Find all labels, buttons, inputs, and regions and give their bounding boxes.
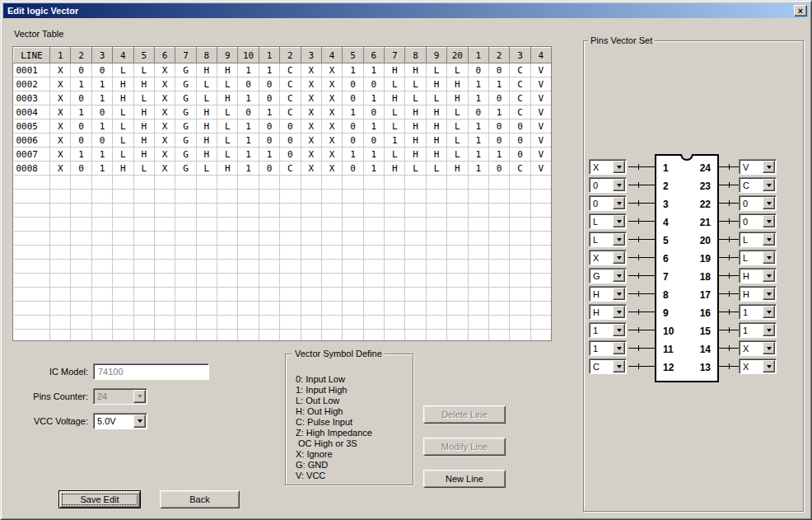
- vector-cell[interactable]: 1: [91, 77, 112, 91]
- vector-cell[interactable]: L: [405, 91, 426, 105]
- vector-cell[interactable]: L: [426, 63, 446, 77]
- vector-cell[interactable]: X: [301, 77, 321, 91]
- vector-cell[interactable]: H: [196, 134, 217, 148]
- vector-cell[interactable]: G: [175, 105, 196, 119]
- vector-table[interactable]: LINE12345678910123456789201234 0001X00LL…: [12, 46, 552, 341]
- vector-cell[interactable]: H: [426, 148, 446, 162]
- vector-cell[interactable]: 0: [488, 119, 509, 134]
- vector-cell[interactable]: 0: [468, 105, 488, 119]
- pin-17-combo[interactable]: H: [739, 286, 777, 302]
- dropdown-arrow[interactable]: [613, 179, 625, 191]
- pin-9-combo[interactable]: H: [589, 304, 627, 320]
- vector-cell[interactable]: 0: [259, 119, 279, 134]
- vector-cell[interactable]: H: [426, 105, 446, 119]
- vector-cell[interactable]: X: [50, 91, 71, 105]
- table-row[interactable]: 0003X01HLXGLH10CXX01HLLH10CV: [14, 91, 552, 105]
- pin-14-combo[interactable]: X: [739, 340, 777, 356]
- vector-cell[interactable]: L: [385, 148, 405, 162]
- vector-cell[interactable]: 0: [343, 134, 363, 148]
- dropdown-arrow[interactable]: [763, 251, 775, 264]
- vector-cell[interactable]: 0: [259, 77, 279, 91]
- vector-cell[interactable]: 0: [71, 162, 91, 176]
- vector-cell[interactable]: 1: [363, 162, 384, 176]
- vector-cell[interactable]: H: [217, 63, 238, 77]
- pin-3-combo[interactable]: 0: [589, 195, 627, 211]
- vector-cell[interactable]: L: [133, 91, 154, 105]
- vector-cell[interactable]: 1: [71, 105, 91, 119]
- table-row[interactable]: 0001X00LLXGHH11CXX11HHLL00CV: [14, 63, 552, 77]
- pin-21-combo[interactable]: 0: [739, 213, 777, 229]
- vector-cell[interactable]: C: [510, 162, 530, 176]
- vector-cell[interactable]: 1: [468, 134, 488, 148]
- table-row[interactable]: 0005X01LHXGHL100XX01LHHL100V: [14, 119, 552, 134]
- vector-cell[interactable]: L: [217, 148, 238, 162]
- vector-cell[interactable]: C: [280, 162, 301, 176]
- dropdown-arrow[interactable]: [763, 233, 775, 246]
- vector-cell[interactable]: H: [385, 63, 405, 77]
- vector-cell[interactable]: X: [321, 91, 342, 105]
- vector-cell[interactable]: L: [385, 77, 405, 91]
- vector-cell[interactable]: L: [133, 162, 154, 176]
- back-button[interactable]: Back: [160, 490, 240, 508]
- pin-5-combo[interactable]: L: [589, 232, 627, 247]
- vector-cell[interactable]: 1: [238, 91, 259, 105]
- vector-cell[interactable]: 1: [91, 119, 112, 134]
- vector-cell[interactable]: 0: [488, 134, 509, 148]
- vector-cell[interactable]: X: [301, 63, 321, 77]
- vector-cell[interactable]: L: [113, 105, 133, 119]
- vector-cell[interactable]: L: [447, 148, 468, 162]
- vector-cell[interactable]: C: [280, 91, 301, 105]
- vector-cell[interactable]: V: [530, 148, 551, 162]
- table-row[interactable]: 0004X10LHXGHL01CXX10LHHL01CV: [14, 105, 552, 119]
- vector-cell[interactable]: 0: [259, 162, 279, 176]
- vector-cell[interactable]: X: [50, 77, 71, 91]
- vector-cell[interactable]: C: [510, 77, 530, 91]
- vector-cell[interactable]: 1: [259, 63, 279, 77]
- dropdown-arrow[interactable]: [763, 324, 775, 336]
- vector-cell[interactable]: C: [510, 91, 530, 105]
- vector-cell[interactable]: L: [217, 119, 238, 134]
- vector-cell[interactable]: 1: [71, 77, 91, 91]
- vector-cell[interactable]: L: [133, 63, 154, 77]
- vector-cell[interactable]: 0: [343, 119, 363, 134]
- vector-cell[interactable]: X: [154, 119, 175, 134]
- vector-cell[interactable]: 1: [468, 162, 488, 176]
- dropdown-arrow[interactable]: [763, 306, 775, 318]
- table-row[interactable]: 0002X11HHXGLL00CXX00LLHH11CV: [14, 77, 552, 91]
- vector-cell[interactable]: G: [175, 119, 196, 134]
- vector-cell[interactable]: L: [113, 119, 133, 134]
- vector-cell[interactable]: 1: [363, 148, 384, 162]
- pin-1-combo[interactable]: X: [589, 159, 627, 175]
- vector-cell[interactable]: H: [447, 162, 468, 176]
- dropdown-arrow[interactable]: [763, 288, 775, 300]
- vector-cell[interactable]: X: [50, 119, 71, 134]
- vector-cell[interactable]: X: [50, 105, 71, 119]
- vector-cell[interactable]: X: [301, 91, 321, 105]
- vector-cell[interactable]: L: [113, 134, 133, 148]
- vector-cell[interactable]: H: [405, 148, 426, 162]
- vector-cell[interactable]: 0: [91, 63, 112, 77]
- vector-cell[interactable]: V: [530, 63, 551, 77]
- vector-cell[interactable]: X: [154, 134, 175, 148]
- dropdown-arrow[interactable]: [763, 161, 775, 173]
- vector-cell[interactable]: X: [154, 148, 175, 162]
- vector-cell[interactable]: 1: [91, 162, 112, 176]
- vector-cell[interactable]: 0: [343, 77, 363, 91]
- vector-cell[interactable]: 0: [259, 91, 279, 105]
- table-row[interactable]: 0006X00LHXGHL100XX001HHL100V: [14, 134, 552, 148]
- save-edit-button[interactable]: Save Edit: [58, 490, 141, 508]
- dropdown-arrow[interactable]: [613, 306, 625, 318]
- vector-cell[interactable]: C: [510, 105, 530, 119]
- vector-cell[interactable]: 1: [259, 148, 279, 162]
- vector-cell[interactable]: X: [321, 77, 342, 91]
- vector-cell[interactable]: 0: [91, 105, 112, 119]
- vector-cell[interactable]: L: [447, 134, 468, 148]
- vector-cell[interactable]: X: [154, 63, 175, 77]
- vector-cell[interactable]: 1: [363, 91, 384, 105]
- vector-cell[interactable]: 0: [238, 77, 259, 91]
- vector-cell[interactable]: 1: [238, 148, 259, 162]
- vector-cell[interactable]: 0: [363, 77, 384, 91]
- pin-11-combo[interactable]: 1: [589, 340, 627, 356]
- vector-cell[interactable]: H: [113, 91, 133, 105]
- vector-cell[interactable]: H: [447, 91, 468, 105]
